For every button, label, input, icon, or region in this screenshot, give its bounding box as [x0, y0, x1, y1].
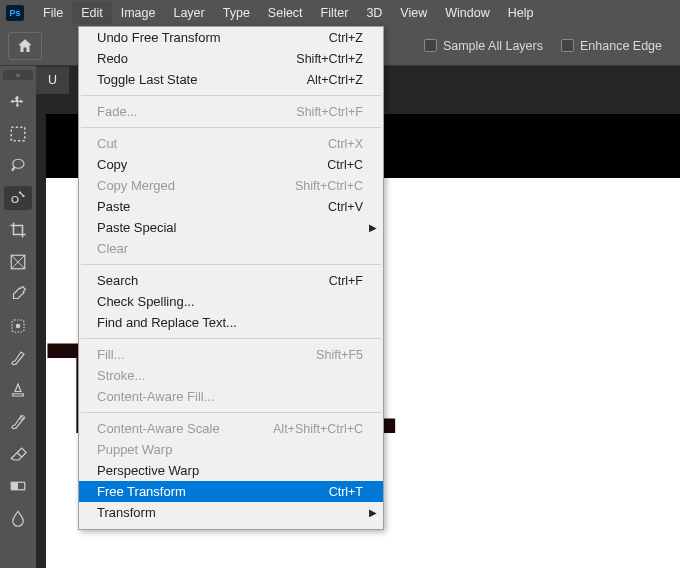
menu-item-fill: Fill...Shift+F5: [79, 344, 383, 365]
menu-item-label: Check Spelling...: [97, 294, 195, 309]
move-tool-icon: [9, 93, 27, 111]
menu-item-label: Content-Aware Fill...: [97, 389, 215, 404]
menu-item-shortcut: Shift+Ctrl+Z: [296, 52, 363, 66]
menu-help[interactable]: Help: [499, 2, 543, 24]
move-tool[interactable]: [4, 90, 32, 114]
quick-selection-tool-icon: [9, 189, 27, 207]
eraser-tool[interactable]: [4, 442, 32, 466]
menu-item-perspective-warp[interactable]: Perspective Warp: [79, 460, 383, 481]
lasso-tool-icon: [9, 157, 27, 175]
menu-item-paste[interactable]: PasteCtrl+V: [79, 196, 383, 217]
menu-edit[interactable]: Edit: [72, 2, 112, 24]
toolbox: »: [0, 66, 36, 568]
blur-tool[interactable]: [4, 506, 32, 530]
menu-separator: [81, 412, 381, 413]
toolbox-expand-handle[interactable]: »: [3, 70, 33, 80]
menu-item-shortcut: Shift+Ctrl+F: [296, 105, 363, 119]
menu-item-search[interactable]: SearchCtrl+F: [79, 270, 383, 291]
menu-item-label: Fill...: [97, 347, 124, 362]
menu-item-find-and-replace-text[interactable]: Find and Replace Text...: [79, 312, 383, 333]
menu-separator: [81, 127, 381, 128]
menu-item-clear: Clear: [79, 238, 383, 259]
menu-select[interactable]: Select: [259, 2, 312, 24]
clone-stamp-tool[interactable]: [4, 378, 32, 402]
home-button[interactable]: [8, 32, 42, 60]
menu-item-puppet-warp: Puppet Warp: [79, 439, 383, 460]
menu-item-shortcut: Ctrl+Z: [329, 31, 363, 45]
menu-item-check-spelling[interactable]: Check Spelling...: [79, 291, 383, 312]
menu-item-stroke: Stroke...: [79, 365, 383, 386]
menu-filter[interactable]: Filter: [312, 2, 358, 24]
menu-layer[interactable]: Layer: [164, 2, 213, 24]
menu-3d[interactable]: 3D: [357, 2, 391, 24]
clone-stamp-tool-icon: [9, 381, 27, 399]
menu-image[interactable]: Image: [112, 2, 165, 24]
app-icon: Ps: [6, 5, 24, 21]
menu-item-label: Content-Aware Scale: [97, 421, 220, 436]
svg-rect-7: [11, 482, 18, 490]
crop-tool-icon: [9, 221, 27, 239]
edit-menu-dropdown: Undo Free TransformCtrl+ZRedoShift+Ctrl+…: [78, 26, 384, 530]
menu-item-fade: Fade...Shift+Ctrl+F: [79, 101, 383, 122]
healing-brush-tool[interactable]: [4, 314, 32, 338]
menu-item-label: Copy: [97, 157, 127, 172]
svg-point-4: [16, 324, 21, 329]
menu-item-content-aware-scale: Content-Aware ScaleAlt+Shift+Ctrl+C: [79, 418, 383, 439]
quick-selection-tool[interactable]: [4, 186, 32, 210]
menu-item-shortcut: Alt+Shift+Ctrl+C: [273, 422, 363, 436]
history-brush-tool[interactable]: [4, 410, 32, 434]
svg-rect-0: [11, 127, 25, 141]
menu-view[interactable]: View: [391, 2, 436, 24]
menu-item-cut: CutCtrl+X: [79, 133, 383, 154]
eyedropper-tool[interactable]: [4, 282, 32, 306]
marquee-tool[interactable]: [4, 122, 32, 146]
menu-item-free-transform[interactable]: Free TransformCtrl+T: [79, 481, 383, 502]
menu-item-label: Find and Replace Text...: [97, 315, 237, 330]
menu-item-shortcut: Shift+Ctrl+C: [295, 179, 363, 193]
menu-type[interactable]: Type: [214, 2, 259, 24]
lasso-tool[interactable]: [4, 154, 32, 178]
menu-window[interactable]: Window: [436, 2, 498, 24]
svg-point-1: [12, 197, 18, 203]
menu-item-label: Search: [97, 273, 138, 288]
menu-item-redo[interactable]: RedoShift+Ctrl+Z: [79, 48, 383, 69]
frame-tool[interactable]: [4, 250, 32, 274]
menu-item-toggle-last-state[interactable]: Toggle Last StateAlt+Ctrl+Z: [79, 69, 383, 90]
healing-brush-tool-icon: [9, 317, 27, 335]
menu-item-copy[interactable]: CopyCtrl+C: [79, 154, 383, 175]
enhance-edge-checkbox[interactable]: Enhance Edge: [561, 39, 662, 53]
gradient-tool-icon: [9, 477, 27, 495]
menu-item-label: Fade...: [97, 104, 137, 119]
marquee-tool-icon: [9, 125, 27, 143]
menu-item-paste-special[interactable]: Paste Special▶: [79, 217, 383, 238]
sample-all-layers-checkbox[interactable]: Sample All Layers: [424, 39, 543, 53]
brush-tool-icon: [9, 349, 27, 367]
home-icon: [16, 37, 34, 55]
crop-tool[interactable]: [4, 218, 32, 242]
menu-item-label: Copy Merged: [97, 178, 175, 193]
checkbox-icon: [424, 39, 437, 52]
menu-separator: [81, 338, 381, 339]
menu-item-label: Toggle Last State: [97, 72, 197, 87]
document-tab[interactable]: U: [36, 66, 69, 94]
menu-item-transform[interactable]: Transform▶: [79, 502, 383, 523]
menu-item-label: Paste Special: [97, 220, 177, 235]
menu-item-shortcut: Shift+F5: [316, 348, 363, 362]
menu-separator: [81, 264, 381, 265]
menu-item-shortcut: Ctrl+F: [329, 274, 363, 288]
menu-item-shortcut: Ctrl+V: [328, 200, 363, 214]
menu-item-label: Redo: [97, 51, 128, 66]
menu-item-shortcut: Alt+Ctrl+Z: [307, 73, 363, 87]
menu-item-label: Stroke...: [97, 368, 145, 383]
checkbox-icon: [561, 39, 574, 52]
menu-file[interactable]: File: [34, 2, 72, 24]
menu-item-content-aware-fill: Content-Aware Fill...: [79, 386, 383, 407]
gradient-tool[interactable]: [4, 474, 32, 498]
brush-tool[interactable]: [4, 346, 32, 370]
menu-item-label: Puppet Warp: [97, 442, 172, 457]
menu-item-label: Perspective Warp: [97, 463, 199, 478]
menu-item-undo-free-transform[interactable]: Undo Free TransformCtrl+Z: [79, 27, 383, 48]
sample-all-layers-label: Sample All Layers: [443, 39, 543, 53]
menu-item-shortcut: Ctrl+X: [328, 137, 363, 151]
menu-item-label: Undo Free Transform: [97, 30, 221, 45]
